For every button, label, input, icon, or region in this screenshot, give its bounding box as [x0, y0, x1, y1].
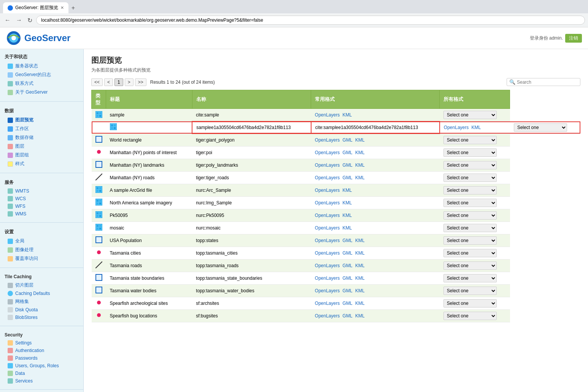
sidebar-item-layers[interactable]: 图层 [0, 142, 83, 151]
sidebar-item-wfs[interactable]: WFS [0, 202, 83, 210]
format-link-kml[interactable]: KML [355, 263, 365, 268]
sidebar-item-wcs[interactable]: WCS [0, 195, 83, 202]
format-link-kml[interactable]: KML [355, 313, 365, 319]
browser-tab[interactable]: GeoServer: 图层预览 ✕ [3, 2, 68, 13]
format-link-openlayers[interactable]: OpenLayers [315, 137, 340, 143]
all-formats-select[interactable]: Select one [443, 261, 497, 270]
next-page-button[interactable]: > [125, 78, 133, 86]
format-link-openlayers[interactable]: OpenLayers [315, 250, 340, 256]
format-link-openlayers[interactable]: OpenLayers [315, 313, 340, 319]
format-link-gml[interactable]: GML [343, 163, 353, 168]
all-formats-select[interactable]: Select one [443, 199, 497, 207]
format-link-kml[interactable]: KML [343, 112, 352, 118]
tab-close-button[interactable]: ✕ [60, 5, 64, 10]
all-formats-select[interactable]: Select one [443, 299, 497, 308]
last-page-button[interactable]: >> [135, 78, 146, 86]
all-formats-select[interactable]: Select one [443, 274, 497, 282]
all-formats-select[interactable]: Select one [443, 211, 497, 220]
sidebar-item-datastore[interactable]: 数据存储 [0, 133, 83, 142]
sidebar-item-caching-defaults[interactable]: Caching Defaults [0, 290, 83, 297]
sidebar-item-tile-layers[interactable]: 切片图层 [0, 281, 83, 290]
all-formats-select[interactable]: Select one [443, 111, 497, 119]
sidebar-item-gridsets[interactable]: 网格集 [0, 297, 83, 306]
sidebar-item-layergroup[interactable]: 图层组 [0, 151, 83, 159]
sidebar-item-users-groups-roles[interactable]: Users, Groups, Roles [0, 362, 83, 370]
format-link-openlayers[interactable]: OpenLayers [444, 125, 469, 130]
format-link-openlayers[interactable]: OpenLayers [315, 263, 340, 268]
format-link-kml[interactable]: KML [343, 188, 352, 193]
first-page-button[interactable]: << [91, 78, 103, 86]
all-formats-select[interactable]: Select one [443, 136, 497, 144]
new-tab-button[interactable]: + [68, 3, 78, 13]
format-link-gml[interactable]: GML [343, 150, 353, 155]
all-formats-select[interactable]: Select one [443, 148, 497, 157]
format-link-openlayers[interactable]: OpenLayers [315, 112, 340, 118]
format-link-kml[interactable]: KML [355, 288, 365, 293]
format-link-gml[interactable]: GML [343, 288, 353, 293]
sidebar-item-styles[interactable]: 样式 [0, 159, 83, 168]
format-link-openlayers[interactable]: OpenLayers [315, 301, 340, 306]
format-link-kml[interactable]: KML [355, 163, 365, 168]
sidebar-item-services[interactable]: Services [0, 377, 83, 385]
format-link-gml[interactable]: GML [343, 175, 353, 180]
format-link-openlayers[interactable]: OpenLayers [315, 238, 340, 243]
sidebar-item-settings[interactable]: Settings [0, 339, 83, 347]
sidebar-item-image-processing[interactable]: 图像处理 [0, 245, 83, 254]
format-link-kml[interactable]: KML [355, 301, 365, 306]
forward-button[interactable]: → [14, 16, 24, 24]
sidebar-item-blobstores[interactable]: BlobStores [0, 314, 83, 321]
search-input[interactable] [517, 80, 578, 85]
back-button[interactable]: ← [3, 16, 12, 24]
sidebar-item-passwords[interactable]: Passwords [0, 354, 83, 362]
format-link-kml[interactable]: KML [355, 238, 365, 243]
format-link-kml[interactable]: KML [355, 175, 365, 180]
format-link-kml[interactable]: KML [343, 213, 352, 218]
format-link-openlayers[interactable]: OpenLayers [315, 175, 340, 180]
format-link-kml[interactable]: KML [472, 125, 481, 130]
format-link-openlayers[interactable]: OpenLayers [315, 213, 340, 218]
format-link-openlayers[interactable]: OpenLayers [315, 163, 340, 168]
sidebar-item-contact[interactable]: 联系方式 [0, 79, 83, 88]
sidebar-item-authentication[interactable]: Authentication [0, 347, 83, 354]
sidebar-item-wms[interactable]: WMS [0, 210, 83, 218]
sidebar-item-server-status[interactable]: 服务器状态 [0, 62, 83, 70]
format-link-gml[interactable]: GML [343, 238, 353, 243]
format-link-gml[interactable]: GML [343, 276, 353, 281]
sidebar-item-coverage[interactable]: 覆盖率访问 [0, 254, 83, 263]
format-link-kml[interactable]: KML [343, 225, 352, 231]
format-link-openlayers[interactable]: OpenLayers [315, 288, 340, 293]
all-formats-select[interactable]: Select one [443, 186, 497, 194]
sidebar-item-workspace[interactable]: 工作区 [0, 124, 83, 133]
sidebar-item-geoserver-log[interactable]: GeoServer的日志 [0, 70, 83, 79]
format-link-openlayers[interactable]: OpenLayers [315, 200, 340, 206]
all-formats-select[interactable]: Select one [443, 312, 497, 320]
format-link-gml[interactable]: GML [343, 313, 353, 319]
logout-button[interactable]: 注销 [565, 34, 582, 43]
all-formats-select[interactable]: Select one [443, 174, 497, 182]
format-link-kml[interactable]: KML [355, 150, 365, 155]
format-link-openlayers[interactable]: OpenLayers [315, 276, 340, 281]
refresh-button[interactable]: ↻ [26, 16, 34, 25]
format-link-kml[interactable]: KML [355, 250, 365, 256]
all-formats-select[interactable]: Select one [443, 161, 497, 169]
sidebar-item-about[interactable]: 关于 GeoServer [0, 88, 83, 97]
format-link-gml[interactable]: GML [343, 263, 353, 268]
sidebar-item-global[interactable]: 全局 [0, 237, 83, 245]
url-input[interactable] [36, 16, 585, 25]
format-link-kml[interactable]: KML [355, 276, 365, 281]
format-link-openlayers[interactable]: OpenLayers [315, 225, 340, 231]
all-formats-select[interactable]: Select one [443, 249, 497, 257]
all-formats-select[interactable]: Select one [443, 224, 497, 232]
format-link-openlayers[interactable]: OpenLayers [315, 150, 340, 155]
format-link-kml[interactable]: KML [343, 200, 352, 206]
prev-page-button[interactable]: < [104, 78, 113, 86]
format-link-gml[interactable]: GML [343, 301, 353, 306]
all-formats-select[interactable]: Select one [514, 123, 567, 132]
format-link-openlayers[interactable]: OpenLayers [315, 188, 340, 193]
all-formats-select[interactable]: Select one [443, 236, 497, 245]
all-formats-select[interactable]: Select one [443, 287, 497, 295]
sidebar-item-disk-quota[interactable]: Disk Quota [0, 306, 83, 314]
sidebar-item-wmts[interactable]: WMTS [0, 187, 83, 195]
format-link-gml[interactable]: GML [343, 137, 353, 143]
format-link-kml[interactable]: KML [355, 137, 365, 143]
